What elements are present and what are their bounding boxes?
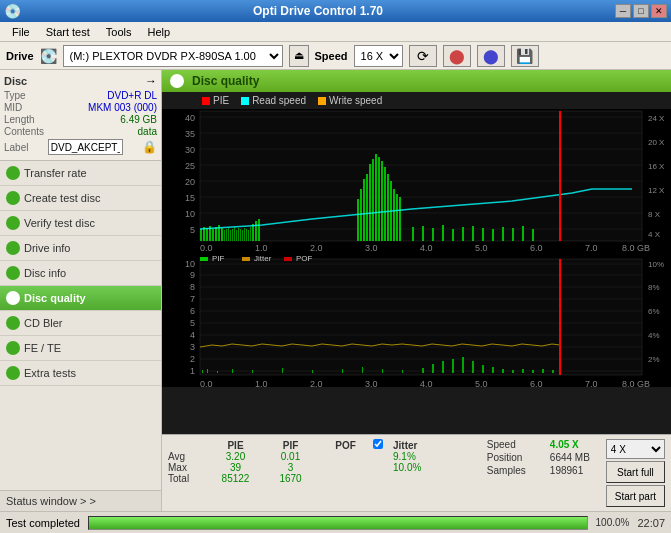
svg-text:3: 3 <box>190 342 195 352</box>
svg-rect-49 <box>412 227 414 241</box>
speed-select[interactable]: 16 X <box>354 45 403 67</box>
save-button[interactable]: 💾 <box>511 45 539 67</box>
svg-rect-35 <box>360 189 362 241</box>
svg-rect-31 <box>252 224 254 241</box>
label-icon[interactable]: 🔒 <box>142 140 157 154</box>
menu-tools[interactable]: Tools <box>98 24 140 40</box>
svg-rect-124 <box>312 370 313 373</box>
svg-rect-41 <box>378 157 380 241</box>
dq-icon <box>170 74 184 88</box>
test-speed-select[interactable]: 4 X <box>606 439 665 459</box>
svg-rect-52 <box>442 225 444 241</box>
svg-text:4: 4 <box>190 330 195 340</box>
total-pof <box>318 473 373 484</box>
svg-text:30: 30 <box>185 145 195 155</box>
pof-header: POF <box>318 439 373 451</box>
eject-button[interactable]: ⏏ <box>289 45 309 67</box>
svg-text:40: 40 <box>185 113 195 123</box>
action-button-2[interactable]: ⬤ <box>477 45 505 67</box>
disc-arrow-icon[interactable]: → <box>145 74 157 88</box>
svg-rect-87 <box>200 257 208 261</box>
svg-rect-30 <box>221 228 223 241</box>
start-full-button[interactable]: Start full <box>606 461 665 483</box>
svg-text:24 X: 24 X <box>648 114 665 123</box>
svg-rect-140 <box>532 370 534 373</box>
svg-rect-135 <box>482 365 484 373</box>
start-part-button[interactable]: Start part <box>606 485 665 507</box>
menubar: File Start test Tools Help <box>0 22 671 42</box>
svg-rect-47 <box>396 194 398 241</box>
svg-text:1.0: 1.0 <box>255 379 268 387</box>
minimize-button[interactable]: ─ <box>615 4 631 18</box>
max-pif: 3 <box>263 462 318 473</box>
drive-icon: 💽 <box>40 48 57 64</box>
menu-help[interactable]: Help <box>139 24 178 40</box>
jitter-checkbox[interactable] <box>373 439 383 449</box>
svg-rect-74 <box>248 230 249 241</box>
sidebar-item-verify-test-disc[interactable]: Verify test disc <box>0 211 161 236</box>
sidebar-item-create-test-disc[interactable]: Create test disc <box>0 186 161 211</box>
svg-rect-42 <box>381 161 383 241</box>
charts-area: PIE Read speed Write speed 40 35 30 <box>162 92 671 434</box>
svg-rect-138 <box>512 370 514 373</box>
menu-file[interactable]: File <box>4 24 38 40</box>
sidebar-item-disc-info[interactable]: Disc info <box>0 261 161 286</box>
max-pie: 39 <box>208 462 263 473</box>
total-jitter <box>393 473 421 484</box>
action-button-1[interactable]: ⬤ <box>443 45 471 67</box>
drive-info-label: Drive info <box>24 242 70 254</box>
svg-text:25: 25 <box>185 161 195 171</box>
svg-text:0.0: 0.0 <box>200 243 213 253</box>
svg-rect-71 <box>242 230 243 241</box>
transfer-rate-icon <box>6 166 20 180</box>
svg-text:8 X: 8 X <box>648 210 661 219</box>
sidebar-item-drive-info[interactable]: Drive info <box>0 236 161 261</box>
svg-rect-55 <box>472 226 474 241</box>
sidebar-item-cd-bler[interactable]: CD Bler <box>0 311 161 336</box>
titlebar: 💿 Opti Drive Control 1.70 ─ □ ✕ <box>0 0 671 22</box>
mid-label: MID <box>4 102 22 113</box>
jitter-header: Jitter <box>393 439 421 451</box>
svg-text:9: 9 <box>190 270 195 280</box>
svg-rect-139 <box>522 369 524 373</box>
svg-text:5.0: 5.0 <box>475 243 488 253</box>
sidebar-item-disc-quality[interactable]: Disc quality <box>0 286 161 311</box>
menu-start-test[interactable]: Start test <box>38 24 98 40</box>
sidebar-item-fe-te[interactable]: FE / TE <box>0 336 161 361</box>
label-input[interactable] <box>48 139 123 155</box>
svg-rect-32 <box>255 221 257 241</box>
svg-rect-46 <box>393 189 395 241</box>
disc-info-label: Disc info <box>24 267 66 279</box>
refresh-button[interactable]: ⟳ <box>409 45 437 67</box>
svg-text:15: 15 <box>185 193 195 203</box>
drive-select[interactable]: (M:) PLEXTOR DVDR PX-890SA 1.00 <box>63 45 283 67</box>
svg-rect-28 <box>215 227 217 241</box>
type-label: Type <box>4 90 26 101</box>
sidebar: Disc → Type DVD+R DL MID MKM 003 (000) L… <box>0 70 162 511</box>
app-title: Opti Drive Control 1.70 <box>21 4 615 18</box>
svg-text:3.0: 3.0 <box>365 243 378 253</box>
length-value: 6.49 GB <box>120 114 157 125</box>
svg-rect-130 <box>432 364 434 373</box>
avg-label: Avg <box>168 451 208 462</box>
sidebar-item-extra-tests[interactable]: Extra tests <box>0 361 161 386</box>
write-legend-label: Write speed <box>329 95 382 106</box>
fe-te-label: FE / TE <box>24 342 61 354</box>
svg-rect-136 <box>492 367 494 373</box>
status-window-button[interactable]: Status window > > <box>0 490 161 511</box>
sidebar-item-transfer-rate[interactable]: Transfer rate <box>0 161 161 186</box>
pie-legend-dot <box>202 97 210 105</box>
close-button[interactable]: ✕ <box>651 4 667 18</box>
transfer-rate-label: Transfer rate <box>24 167 87 179</box>
svg-rect-63 <box>226 229 227 241</box>
maximize-button[interactable]: □ <box>633 4 649 18</box>
svg-rect-73 <box>246 229 247 241</box>
svg-rect-27 <box>212 229 214 241</box>
nav-list: Transfer rate Create test disc Verify te… <box>0 161 161 386</box>
svg-rect-118 <box>202 370 203 373</box>
extra-tests-label: Extra tests <box>24 367 76 379</box>
svg-text:2: 2 <box>190 354 195 364</box>
svg-rect-65 <box>230 230 231 241</box>
svg-text:1: 1 <box>190 366 195 376</box>
disc-section-title: Disc <box>4 75 27 87</box>
